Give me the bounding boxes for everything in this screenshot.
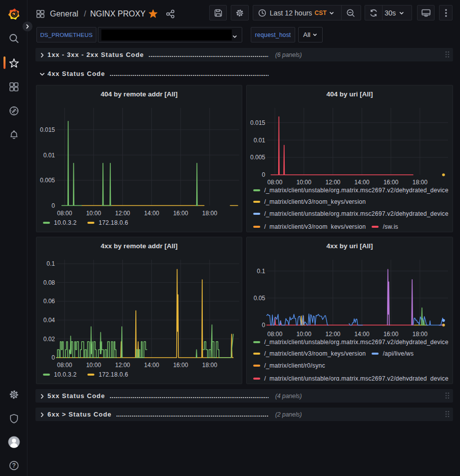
svg-text:0.01: 0.01 — [254, 137, 266, 144]
svg-text:0: 0 — [262, 322, 265, 329]
svg-text:0.015: 0.015 — [40, 126, 55, 133]
svg-text:12:00: 12:00 — [115, 362, 130, 369]
svg-text:0.1: 0.1 — [257, 268, 265, 275]
svg-text:14:00: 14:00 — [144, 362, 159, 369]
svg-text:0: 0 — [51, 354, 55, 361]
svg-text:16:00: 16:00 — [173, 362, 188, 369]
svg-text:10:00: 10:00 — [86, 210, 101, 217]
svg-text:0.04: 0.04 — [43, 317, 55, 324]
svg-text:0.02: 0.02 — [43, 336, 55, 343]
svg-text:08:00: 08:00 — [57, 362, 72, 369]
svg-text:18:00: 18:00 — [202, 362, 217, 369]
svg-text:0.015: 0.015 — [250, 119, 265, 126]
svg-text:10:00: 10:00 — [86, 362, 101, 369]
svg-text:0.06: 0.06 — [43, 298, 55, 305]
svg-text:0: 0 — [51, 202, 55, 209]
svg-text:0.005: 0.005 — [250, 154, 265, 161]
svg-text:0: 0 — [262, 171, 265, 178]
svg-text:12:00: 12:00 — [115, 210, 130, 217]
svg-text:0.005: 0.005 — [40, 177, 55, 184]
svg-text:0.05: 0.05 — [254, 295, 266, 302]
svg-text:?: ? — [12, 462, 15, 469]
svg-text:0.01: 0.01 — [43, 152, 55, 159]
svg-text:0.1: 0.1 — [46, 260, 55, 267]
svg-text:18:00: 18:00 — [202, 210, 217, 217]
svg-text:16:00: 16:00 — [173, 210, 188, 217]
svg-text:08:00: 08:00 — [57, 210, 72, 217]
svg-text:14:00: 14:00 — [144, 210, 159, 217]
svg-text:0.08: 0.08 — [43, 279, 55, 286]
